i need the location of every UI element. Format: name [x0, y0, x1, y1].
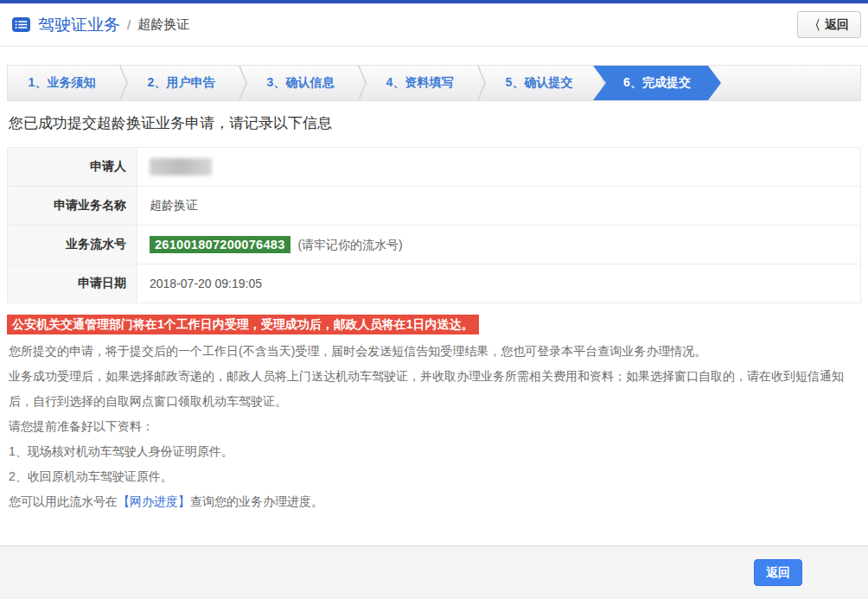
- serial-number-note: (请牢记你的流水号): [297, 238, 402, 252]
- step-3-confirm-info: 3、确认信息: [246, 66, 354, 100]
- business-name-label: 申请业务名称: [8, 187, 137, 226]
- step-separator-icon: [354, 66, 366, 100]
- applicant-label: 申请人: [8, 148, 137, 187]
- table-row-apply-date: 申请日期 2018-07-20 09:19:05: [8, 264, 861, 303]
- footer-bar: 返回: [0, 545, 868, 599]
- business-name-value: 超龄换证: [137, 187, 861, 226]
- breadcrumb-divider: /: [127, 17, 131, 32]
- notice-list-item: 2、收回原机动车驾驶证原件。: [9, 464, 859, 489]
- success-heading: 您已成功提交超龄换证业务申请，请记录以下信息: [9, 113, 859, 134]
- step-2-label: 2、用户申告: [148, 75, 215, 91]
- page-header: 驾驶证业务 / 超龄换证 〈 返回: [0, 3, 868, 47]
- back-button-bottom[interactable]: 返回: [754, 559, 802, 586]
- processing-alert-banner: 公安机关交通管理部门将在1个工作日内受理，受理成功后，邮政人员将在1日内送达。: [7, 315, 479, 334]
- serial-number-badge: 261001807200076483: [150, 236, 290, 253]
- progress-line-after: 查询您的业务办理进度。: [190, 494, 323, 508]
- step-5-confirm-submit: 5、确认提交: [485, 66, 593, 100]
- progress-query-line: 您可以用此流水号在【网办进度】查询您的业务办理进度。: [9, 489, 859, 514]
- step-1-business-notice: 1、业务须知: [8, 66, 116, 100]
- progress-line-before: 您可以用此流水号在: [9, 494, 118, 508]
- page-title: 驾驶证业务: [38, 14, 120, 36]
- list-icon: [12, 17, 30, 32]
- step-4-fill-materials: 4、资料填写: [366, 66, 474, 100]
- breadcrumb-current: 超龄换证: [137, 16, 189, 33]
- notice-paragraph: 业务成功受理后，如果选择邮政寄递的，邮政人员将上门送达机动车驾驶证，并收取办理业…: [9, 364, 859, 414]
- online-progress-link[interactable]: 【网办进度】: [118, 494, 190, 508]
- apply-date-value: 2018-07-20 09:19:05: [137, 264, 861, 303]
- step-3-label: 3、确认信息: [267, 75, 335, 91]
- apply-date-label: 申请日期: [8, 264, 137, 303]
- table-row-business-name: 申请业务名称 超龄换证: [8, 187, 861, 226]
- notice-paragraph: 您所提交的申请，将于提交后的一个工作日(不含当天)受理，届时会发送短信告知受理结…: [9, 339, 859, 364]
- step-separator-icon: [116, 66, 127, 100]
- step-1-label: 1、业务须知: [29, 75, 96, 91]
- back-button-top-label: 返回: [825, 17, 849, 33]
- table-row-applicant: 申请人: [8, 148, 861, 187]
- step-separator-icon: [474, 66, 485, 100]
- step-6-label: 6、完成提交: [623, 75, 691, 91]
- step-4-label: 4、资料填写: [386, 75, 454, 91]
- result-table: 申请人 申请业务名称 超龄换证 业务流水号 261001807200076483…: [7, 147, 861, 303]
- step-5-label: 5、确认提交: [506, 75, 573, 91]
- notice-paragraph: 请您提前准备好以下资料：: [9, 414, 859, 439]
- step-progress-bar: 1、业务须知 2、用户申告 3、确认信息 4、资料填写 5、确认提交 6、完成提…: [7, 65, 861, 101]
- table-row-serial-number: 业务流水号 261001807200076483 (请牢记你的流水号): [8, 226, 861, 264]
- notice-text-block: 您所提交的申请，将于提交后的一个工作日(不含当天)受理，届时会发送短信告知受理结…: [9, 339, 859, 514]
- chevron-left-icon: 〈: [809, 16, 820, 34]
- step-separator-icon: [235, 66, 246, 100]
- notice-list-item: 1、现场核对机动车驾驶人身份证明原件。: [9, 439, 859, 464]
- back-button-top[interactable]: 〈 返回: [797, 11, 861, 38]
- step-bar-filler: [721, 66, 860, 100]
- step-2-user-declaration: 2、用户申告: [127, 66, 235, 100]
- step-6-complete-submit-active: 6、完成提交: [593, 66, 721, 100]
- applicant-masked-value: [150, 158, 212, 175]
- serial-number-label: 业务流水号: [8, 226, 137, 264]
